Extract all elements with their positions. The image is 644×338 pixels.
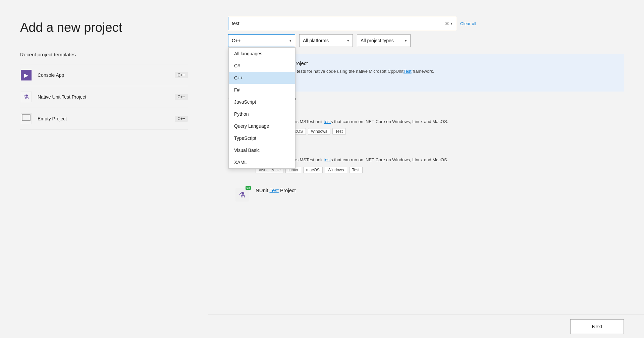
template-name: Console App [38,72,175,78]
bottom-bar: Next [208,315,644,338]
project-type-label: All project types [361,38,402,43]
language-option[interactable]: TypeScript [229,132,295,144]
language-option[interactable]: Visual Basic [229,144,295,156]
template-item[interactable]: ▶ Console App C++ [20,64,188,86]
result-title: NUnit Test Project [256,187,617,193]
tag: macOS [303,167,323,173]
platform-label: All platforms [303,38,344,43]
template-icon: ▶ [20,69,32,81]
language-option[interactable]: Python [229,108,295,120]
platform-dropdown-arrow: ▾ [347,39,349,43]
svg-text:▶: ▶ [24,72,29,78]
tag: Test [349,167,363,173]
tag: Test [332,128,346,135]
result-content: Native Unit Test Project A project for c… [256,60,617,85]
svg-rect-4 [21,113,32,124]
page-title: Add a new project [20,20,188,36]
search-bar-row: ✕ ▾ Clear all [228,17,624,30]
result-content: NUnit Test Project [256,187,617,195]
language-menu: All languagesC#C++F#JavaScriptPythonQuer… [228,47,296,169]
tags-row: Visual BasicLinuxmacOSWindowsTest [256,167,617,173]
language-dropdown[interactable]: C++ ▾ All languagesC#C++F#JavaScriptPyth… [228,34,295,47]
template-lang-badge: C++ [175,94,188,100]
recent-templates-label: Recent project templates [20,52,188,57]
template-list: ▶ Console App C++ ⚗ Native Unit Test Pro… [20,64,188,130]
clear-all-button[interactable]: Clear all [460,21,476,26]
template-lang-badge: C++ [175,72,188,78]
result-item[interactable]: ⚗ C# NUnit Test Project [228,181,624,209]
language-option[interactable]: Query Language [229,120,295,132]
next-button[interactable]: Next [570,319,624,334]
language-dropdown-label: C++ [232,38,287,43]
template-lang-badge: C++ [175,116,188,122]
platform-dropdown[interactable]: All platforms ▾ [299,34,353,47]
result-desc: A project that contains MSTest unit test… [256,157,617,163]
language-option[interactable]: C++ [229,72,295,84]
language-option[interactable]: XAML [229,156,295,168]
template-icon: ⚗ [20,91,32,103]
result-title: MSTest [256,149,617,155]
tag: Windows [325,167,347,173]
left-panel: Add a new project Recent project templat… [0,0,208,338]
tag: Windows [308,128,330,135]
search-dropdown-button[interactable]: ▾ [450,21,452,26]
search-clear-button[interactable]: ✕ [445,20,449,27]
result-icon: ⚗ C# [235,187,250,202]
right-panel: ✕ ▾ Clear all C++ ▾ All languagesC#C++F#… [208,0,644,338]
svg-text:⚗: ⚗ [23,94,29,100]
template-name: Native Unit Test Project [38,94,175,100]
template-item[interactable]: Empty Project C++ [20,108,188,130]
result-title: Native Unit Test Project [256,60,617,66]
language-option[interactable]: JavaScript [229,96,295,108]
result-desc: A project for creating tests for native … [256,68,617,75]
template-icon [20,113,32,125]
result-content: MSTest A project that contains MSTest un… [256,149,617,173]
language-dropdown-arrow: ▾ [289,39,291,43]
result-desc: A project that contains MSTest unit test… [256,118,617,125]
tags-row: Test [256,78,617,85]
language-option[interactable]: C# [229,60,295,72]
filter-row: C++ ▾ All languagesC#C++F#JavaScriptPyth… [228,34,624,47]
project-type-dropdown-arrow: ▾ [405,39,407,43]
svg-text:⚗: ⚗ [239,191,246,199]
search-input[interactable] [232,21,445,26]
result-title: MSTest [256,111,617,116]
search-box: ✕ ▾ [228,17,456,30]
tags-row: C#LinuxmacOSWindowsTest [256,128,617,135]
language-option[interactable]: All languages [229,48,295,60]
template-name: Empty Project [38,116,175,121]
project-type-dropdown[interactable]: All project types ▾ [357,34,411,47]
template-item[interactable]: ⚗ Native Unit Test Project C++ [20,86,188,108]
result-content: MSTest A project that contains MSTest un… [256,111,617,135]
language-option[interactable]: F# [229,84,295,96]
